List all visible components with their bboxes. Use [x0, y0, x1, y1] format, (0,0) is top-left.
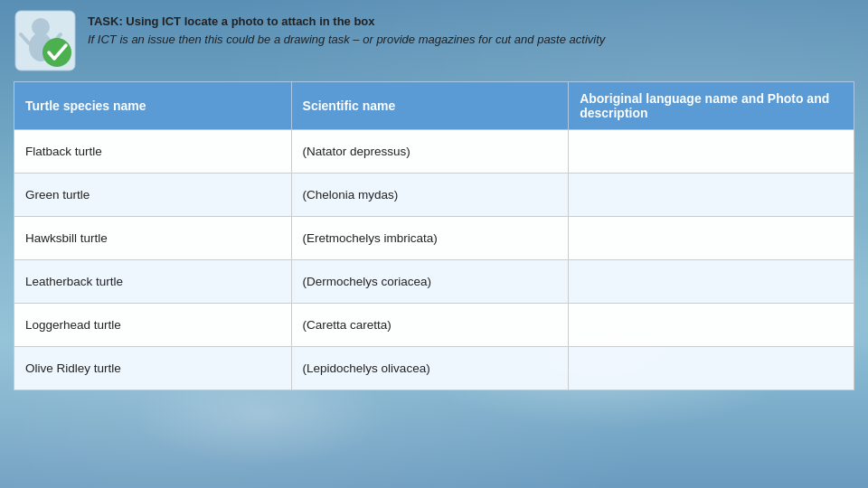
cell-scientific: (Dermochelys coriacea) — [291, 260, 569, 304]
cell-species: Green turtle — [14, 174, 292, 217]
cell-aboriginal — [569, 174, 854, 217]
table-row: Olive Ridley turtle(Lepidochelys olivace… — [14, 347, 854, 390]
table-row: Loggerhead turtle(Caretta caretta) — [14, 304, 854, 347]
task-description: TASK: Using ICT locate a photo to attach… — [88, 9, 605, 48]
cell-aboriginal — [569, 217, 854, 260]
page-container: TASK: Using ICT locate a photo to attach… — [0, 0, 868, 399]
cell-species: Leatherback turtle — [14, 260, 292, 304]
turtle-table: Turtle species name Scientific name Abor… — [14, 81, 854, 390]
cell-scientific: (Eretmochelys imbricata) — [291, 217, 569, 260]
header-section: TASK: Using ICT locate a photo to attach… — [14, 9, 854, 72]
table-row: Green turtle(Chelonia mydas) — [14, 174, 854, 217]
cell-aboriginal — [569, 260, 854, 304]
task-subtitle: If ICT is an issue then this could be a … — [88, 31, 605, 49]
header-aboriginal: Aboriginal language name and Photo and d… — [569, 82, 854, 130]
cell-species: Hawksbill turtle — [14, 217, 292, 260]
cell-aboriginal — [569, 130, 854, 174]
cell-species: Olive Ridley turtle — [14, 347, 292, 390]
table-row: Flatback turtle(Natator depressus) — [14, 130, 854, 174]
cell-scientific: (Caretta caretta) — [291, 304, 569, 347]
cell-scientific: (Natator depressus) — [291, 130, 569, 174]
cell-species: Loggerhead turtle — [14, 304, 292, 347]
table-row: Hawksbill turtle(Eretmochelys imbricata) — [14, 217, 854, 260]
table-header-row: Turtle species name Scientific name Abor… — [14, 82, 854, 130]
header-species: Turtle species name — [14, 82, 292, 130]
svg-point-5 — [42, 38, 71, 67]
cell-aboriginal — [569, 347, 854, 390]
header-scientific: Scientific name — [291, 82, 569, 130]
cell-scientific: (Chelonia mydas) — [291, 174, 569, 217]
task-icon — [14, 9, 77, 72]
task-title: TASK: Using ICT locate a photo to attach… — [88, 13, 605, 31]
table-row: Leatherback turtle(Dermochelys coriacea) — [14, 260, 854, 304]
cell-aboriginal — [569, 304, 854, 347]
cell-species: Flatback turtle — [14, 130, 292, 174]
cell-scientific: (Lepidochelys olivacea) — [291, 347, 569, 390]
